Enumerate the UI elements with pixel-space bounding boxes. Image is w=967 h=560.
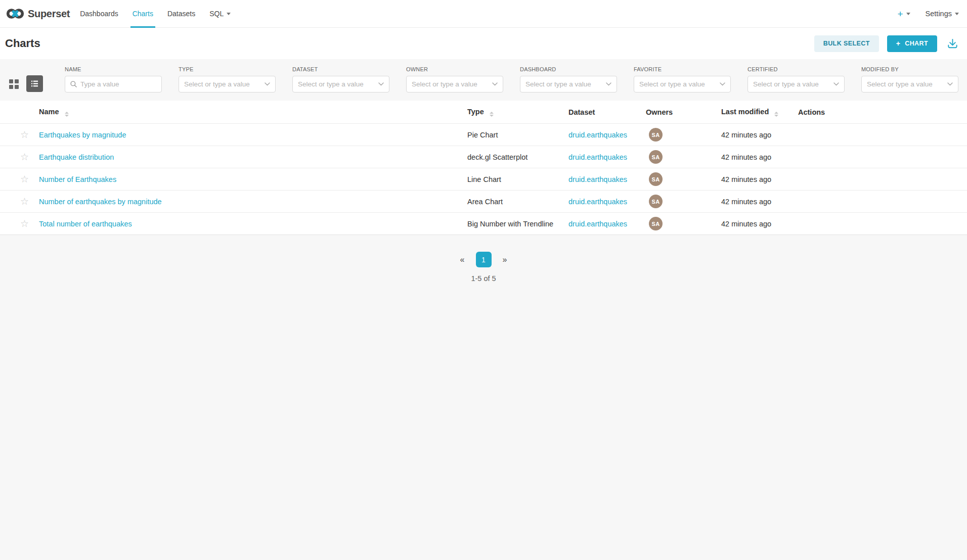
grid-icon xyxy=(9,79,19,89)
filter-dataset: DATASET Select or type a value xyxy=(292,66,389,92)
add-chart-button[interactable]: + CHART xyxy=(887,35,937,52)
owner-avatar: SA xyxy=(649,172,663,186)
prev-page-button[interactable]: « xyxy=(460,255,465,264)
chart-name-link[interactable]: Number of Earthquakes xyxy=(39,175,116,183)
column-header-actions: Actions xyxy=(798,108,967,116)
chart-type: deck.gl Scatterplot xyxy=(467,153,528,161)
list-view-button[interactable] xyxy=(26,75,43,92)
favorite-star-button[interactable]: ☆ xyxy=(20,197,29,206)
filter-bar: NAME TYPE Select or type a value DATASET xyxy=(0,59,967,92)
filter-search-box[interactable] xyxy=(65,76,162,92)
import-charts-button[interactable] xyxy=(945,36,960,51)
nav-item-datasets[interactable]: Datasets xyxy=(160,0,202,28)
brand-name: Superset xyxy=(28,8,70,20)
superset-logo[interactable]: Superset xyxy=(6,7,70,20)
chart-name-link[interactable]: Earthquake distribution xyxy=(39,153,114,161)
table-header-row: Name Type Dataset Owners Last modified A… xyxy=(0,101,967,123)
column-header-last-modified[interactable]: Last modified xyxy=(721,108,798,117)
page-title: Charts xyxy=(5,37,40,50)
favorite-star-button[interactable]: ☆ xyxy=(20,174,29,184)
filter-label: MODIFIED BY xyxy=(861,66,958,72)
chart-name-link[interactable]: Total number of earthquakes xyxy=(39,220,132,228)
page-header: Charts BULK SELECT + CHART xyxy=(0,28,967,59)
plus-icon: + xyxy=(897,9,903,19)
filter-label: DATASET xyxy=(292,66,389,72)
filter-dashboard: DASHBOARD Select or type a value xyxy=(520,66,617,92)
download-icon xyxy=(946,37,959,50)
chart-name-link[interactable]: Earthquakes by magnitude xyxy=(39,131,126,139)
filter-select[interactable]: Select or type a value xyxy=(861,76,958,92)
card-view-button[interactable] xyxy=(9,79,19,89)
chart-type: Area Chart xyxy=(467,198,503,206)
column-header-name[interactable]: Name xyxy=(37,108,467,117)
filter-label: FAVORITE xyxy=(634,66,731,72)
page-1-button[interactable]: 1 xyxy=(476,252,492,267)
filter-select[interactable]: Select or type a value xyxy=(406,76,503,92)
chevron-down-icon xyxy=(265,82,270,86)
chart-type: Big Number with Trendline xyxy=(467,220,553,228)
table-row: ☆ Number of earthquakes by magnitude Are… xyxy=(0,190,967,212)
settings-menu-button[interactable]: Settings xyxy=(926,10,959,18)
plus-icon: + xyxy=(896,39,901,48)
dataset-link[interactable]: druid.earthquakes xyxy=(568,175,627,183)
chevron-down-icon xyxy=(720,82,725,86)
filter-select[interactable]: Select or type a value xyxy=(179,76,276,92)
favorite-star-button[interactable]: ☆ xyxy=(20,130,29,139)
filter-label: TYPE xyxy=(179,66,276,72)
filter-label: NAME xyxy=(65,66,162,72)
filter-search-input[interactable] xyxy=(80,80,156,88)
sort-icon xyxy=(774,112,778,117)
table-row: ☆ Earthquake distribution deck.gl Scatte… xyxy=(0,146,967,168)
last-modified: 42 minutes ago xyxy=(721,198,771,206)
chart-name-link[interactable]: Number of earthquakes by magnitude xyxy=(39,198,162,206)
filter-owner: OWNER Select or type a value xyxy=(406,66,503,92)
filter-type: TYPE Select or type a value xyxy=(179,66,276,92)
dataset-link[interactable]: druid.earthquakes xyxy=(568,131,627,139)
sort-icon xyxy=(65,112,69,117)
search-icon xyxy=(70,81,77,87)
last-modified: 42 minutes ago xyxy=(721,153,771,161)
column-header-type[interactable]: Type xyxy=(467,108,568,117)
bulk-select-button[interactable]: BULK SELECT xyxy=(814,35,879,52)
last-modified: 42 minutes ago xyxy=(721,220,771,228)
chart-type: Line Chart xyxy=(467,175,501,183)
filter-select[interactable]: Select or type a value xyxy=(634,76,731,92)
nav-item-charts[interactable]: Charts xyxy=(125,0,160,28)
table-row: ☆ Number of Earthquakes Line Chart druid… xyxy=(0,168,967,190)
filter-select[interactable]: Select or type a value xyxy=(292,76,389,92)
filter-select[interactable]: Select or type a value xyxy=(520,76,617,92)
dataset-link[interactable]: druid.earthquakes xyxy=(568,198,627,206)
navbar: Superset Dashboards Charts Datasets SQL … xyxy=(0,0,967,28)
favorite-star-button[interactable]: ☆ xyxy=(20,152,29,162)
pagination-summary: 1-5 of 5 xyxy=(0,274,967,283)
nav-item-sql[interactable]: SQL xyxy=(202,0,238,28)
new-item-menu-button[interactable]: + xyxy=(897,9,910,19)
owner-avatar: SA xyxy=(649,128,663,142)
owner-avatar: SA xyxy=(649,195,663,208)
chevron-down-icon xyxy=(378,82,384,86)
chevron-down-icon xyxy=(492,82,498,86)
sort-icon xyxy=(490,112,494,117)
table-row: ☆ Earthquakes by magnitude Pie Chart dru… xyxy=(0,123,967,146)
nav-item-dashboards[interactable]: Dashboards xyxy=(73,0,125,28)
chevron-down-icon xyxy=(833,82,839,86)
filter-select[interactable]: Select or type a value xyxy=(748,76,845,92)
filter-name: NAME xyxy=(65,66,162,92)
owner-avatar: SA xyxy=(649,217,663,230)
column-header-dataset: Dataset xyxy=(568,108,646,116)
last-modified: 42 minutes ago xyxy=(721,131,771,139)
next-page-button[interactable]: » xyxy=(503,255,507,264)
column-header-owners: Owners xyxy=(646,108,721,116)
favorite-star-button[interactable]: ☆ xyxy=(20,219,29,228)
dataset-link[interactable]: druid.earthquakes xyxy=(568,220,627,228)
chevron-down-icon xyxy=(606,82,611,86)
filter-modified-by: MODIFIED BY Select or type a value xyxy=(861,66,958,92)
chevron-down-icon xyxy=(947,82,953,86)
filters: NAME TYPE Select or type a value DATASET xyxy=(65,66,958,92)
dataset-link[interactable]: druid.earthquakes xyxy=(568,153,627,161)
chevron-down-icon xyxy=(227,13,231,15)
charts-table: Name Type Dataset Owners Last modified A… xyxy=(0,101,967,235)
filter-label: CERTIFIED xyxy=(748,66,845,72)
owner-avatar: SA xyxy=(649,150,663,164)
filter-favorite: FAVORITE Select or type a value xyxy=(634,66,731,92)
